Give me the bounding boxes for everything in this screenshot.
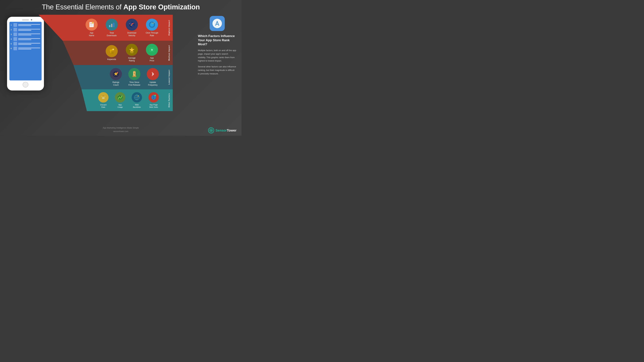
app-price-label: AppPrice (150, 57, 154, 62)
other-factors-label: Other Factors (165, 89, 173, 111)
band-highest-impact: AppName TotalDownloads (38, 15, 173, 41)
svg-point-72 (212, 19, 222, 28)
svg-rect-37 (154, 49, 154, 49)
download-velocity-icon-circle (126, 18, 138, 31)
svg-point-17 (129, 23, 130, 24)
svg-rect-28 (111, 52, 114, 53)
band-medium-impact: Keywords AverageRating (38, 41, 173, 65)
icon-item-web-backlinks: WebBacklinks (128, 92, 145, 108)
svg-rect-47 (132, 76, 136, 77)
icon-item-download-velocity: DownloadVelocity (122, 18, 142, 37)
band-medium-icons: Keywords AverageRating (38, 41, 165, 65)
svg-rect-12 (113, 23, 114, 27)
svg-point-19 (133, 26, 133, 26)
ctr-icon-circle (146, 18, 158, 31)
svg-point-27 (112, 49, 114, 50)
time-since-release-icon-circle (128, 68, 140, 80)
phone-row-2: 2 (11, 28, 40, 31)
ratings-count-icon-circle: ! (110, 68, 122, 80)
band-other-factors: DiscardRate AppUsage (38, 89, 173, 111)
svg-rect-36 (150, 49, 150, 49)
icon-item-total-downloads: TotalDownloads (102, 18, 122, 37)
medium-impact-label: Medium Impact (165, 41, 173, 65)
sidebar-heading: Which Factors Influence Your App Store R… (198, 34, 236, 46)
svg-point-76 (210, 130, 212, 131)
phone-mockup: 1 2 3 4 (7, 17, 44, 90)
phone-row-3: 3 (11, 32, 40, 36)
band-lowest-icons: ! RatingsCount Time SinceFirst R (38, 65, 165, 89)
icon-item-keywords: Keywords (102, 45, 122, 61)
ctr-label: Click-ThroughRate (146, 32, 158, 37)
phone-row-4: 4 (11, 37, 40, 41)
icon-item-app-name: AppName (82, 18, 102, 37)
band-other-icons: DiscardRate AppUsage (38, 89, 165, 111)
time-since-release-label: Time SinceFirst Release (128, 81, 140, 86)
right-panel: Which Factors Influence Your App Store R… (198, 16, 236, 78)
phone-home-button (23, 82, 28, 87)
phone-screen: 1 2 3 4 (10, 22, 42, 80)
icon-item-app-usage: AppUsage (112, 92, 128, 108)
svg-rect-31 (130, 52, 133, 53)
web-backlinks-label: WebBacklinks (133, 104, 141, 108)
update-frequency-label: UpdateFrequency (148, 81, 158, 86)
svg-text:↑: ↑ (155, 95, 156, 96)
icon-item-app-price: $ AppPrice (142, 44, 162, 62)
svg-text:!: ! (117, 72, 118, 73)
phone-row-6: 6 (11, 46, 40, 50)
download-velocity-label: DownloadVelocity (127, 32, 136, 37)
discard-rate-icon-circle (98, 92, 108, 103)
app-page-web-visits-icon-circle: ↑ (148, 92, 159, 103)
icon-item-time-since-release: Time SinceFirst Release (125, 68, 144, 86)
band-highest-icons: AppName TotalDownloads (38, 15, 165, 41)
svg-rect-9 (90, 26, 93, 26)
svg-text:$: $ (152, 49, 152, 51)
phone-row-1: 1 (11, 23, 40, 27)
phone-camera (31, 19, 32, 20)
ratings-count-label: RatingsCount (112, 81, 120, 86)
band-lowest-impact: ! RatingsCount Time SinceFirst R (38, 65, 173, 89)
icon-item-app-page-web-visits: ↑ App PageWeb Visits (145, 92, 162, 108)
icon-item-ctr: Click-ThroughRate (142, 18, 162, 37)
footer-line-2: sensortower.com (0, 130, 242, 133)
average-rating-label: AverageRating (128, 57, 136, 62)
app-price-icon-circle: $ (146, 44, 158, 56)
svg-rect-8 (90, 25, 92, 25)
svg-rect-11 (111, 24, 112, 27)
app-name-icon-circle (86, 18, 98, 31)
svg-point-51 (152, 73, 154, 75)
phone-icon-3 (14, 32, 17, 36)
app-store-icon (210, 16, 225, 31)
phone-row-5: 5 (11, 42, 40, 45)
keywords-icon-circle (106, 45, 118, 57)
footer-line-1: App Marketing Intelligence Made Simple (0, 126, 242, 130)
sidebar-body-2: Several other factors can also influence… (198, 65, 236, 75)
svg-point-6 (92, 22, 94, 24)
page-title: The Essential Elements of App Store Opti… (0, 3, 242, 11)
svg-rect-7 (90, 24, 93, 24)
sensortower-branding: SensorTower (208, 127, 236, 133)
icon-item-ratings-count: ! RatingsCount (107, 68, 125, 86)
average-rating-icon-circle (126, 44, 138, 56)
phone-icon-5 (14, 42, 17, 45)
total-downloads-label: TotalDownloads (107, 32, 116, 37)
lowest-impact-label: Lowest Impact (165, 65, 173, 89)
web-backlinks-icon-circle (132, 92, 142, 103)
sidebar-body-1: Multiple factors, both on and off the ap… (198, 49, 236, 63)
phone-icon-4 (14, 37, 17, 41)
footer: App Marketing Intelligence Made Simple s… (0, 126, 242, 133)
svg-rect-5 (90, 23, 92, 23)
sensortower-name: SensorTower (216, 129, 236, 132)
phone-icon-6 (14, 46, 17, 50)
phone-speaker (22, 19, 29, 20)
svg-point-43 (133, 71, 136, 72)
phone-icon-1 (14, 23, 17, 27)
app-name-label: AppName (89, 32, 94, 37)
funnel-area: AppName TotalDownloads (38, 15, 173, 132)
svg-rect-54 (102, 95, 104, 96)
sensortower-logo (208, 127, 214, 133)
phone-icon-2 (14, 28, 17, 31)
app-page-web-visits-label: App PageWeb Visits (149, 104, 158, 108)
icon-item-update-frequency: UpdateFrequency (144, 68, 162, 86)
keywords-label: Keywords (107, 58, 116, 61)
update-frequency-icon-circle (147, 68, 159, 80)
